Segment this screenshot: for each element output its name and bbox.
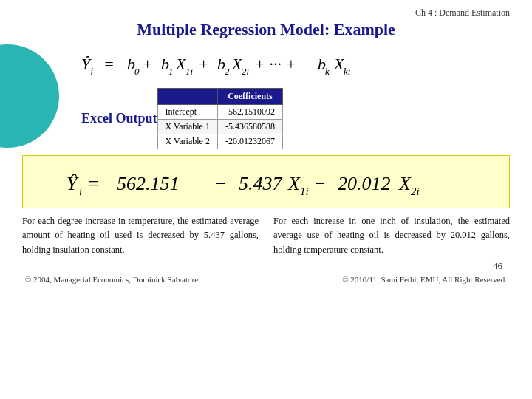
coefficients-table: Coefficients Intercept 562.1510092 X Var… (157, 88, 283, 149)
svg-text:20.012: 20.012 (338, 173, 391, 194)
explanations-section: For each degree increase in temperature,… (22, 214, 510, 257)
explanation-left: For each degree increase in temperature,… (22, 214, 259, 257)
svg-text:2i: 2i (411, 185, 420, 197)
footer-left: © 2004, Managerial Economics, Dominick S… (25, 275, 198, 284)
table-row: Intercept 562.1510092 (157, 105, 282, 120)
table-cell-value: 562.1510092 (217, 105, 282, 120)
svg-text:ki: ki (344, 66, 351, 77)
table-cell-value: -5.436580588 (217, 120, 282, 134)
svg-text:2: 2 (225, 66, 230, 77)
page-number: 46 (22, 260, 510, 272)
svg-text:5.437: 5.437 (239, 173, 283, 194)
formula-band: Ŷ i = 562.151 − 5.437 X 1i − 20.012 X (22, 155, 510, 208)
svg-text:−: − (313, 173, 327, 194)
footer-right: © 2010/11, Sami Fethi, EMU, All Right Re… (342, 275, 507, 284)
svg-text:Ŷ: Ŷ (66, 173, 79, 194)
excel-output-label: Excel Output (22, 111, 157, 126)
svg-text:Ŷi: Ŷi (81, 55, 93, 78)
svg-text:+ ··· +: + ··· + (254, 55, 296, 73)
svg-text:X: X (287, 173, 301, 194)
main-title: Multiple Regression Model: Example (22, 20, 510, 39)
table-col-header-empty (157, 89, 217, 105)
svg-text:1i: 1i (300, 185, 309, 197)
excel-section: Excel Output Coefficients Intercept 562.… (22, 88, 510, 149)
svg-text:X: X (398, 173, 412, 194)
svg-text:=: = (87, 173, 100, 194)
table-cell-label: X Variable 2 (157, 134, 217, 149)
top-formula: Ŷi = b 0 + b 1 X 1i + b 2 X (22, 44, 510, 82)
svg-text:562.151: 562.151 (117, 173, 180, 194)
table-cell-value: -20.01232067 (217, 134, 282, 149)
table-col-header-coefficients: Coefficients (217, 89, 282, 105)
slide-page: Ch 4 : Demand Estimation Multiple Regres… (0, 0, 532, 399)
svg-text:1: 1 (168, 66, 174, 77)
svg-text:+: + (198, 55, 209, 73)
chapter-label: Ch 4 : Demand Estimation (22, 7, 510, 18)
svg-text:=: = (103, 55, 115, 73)
svg-text:k: k (325, 66, 330, 77)
explanation-right: For each increase in one inch of insulat… (273, 214, 510, 257)
table-row: X Variable 2 -20.01232067 (157, 134, 282, 149)
table-cell-label: X Variable 1 (157, 120, 217, 134)
footer: © 2004, Managerial Economics, Dominick S… (22, 275, 510, 284)
svg-text:0: 0 (134, 66, 140, 77)
svg-text:+: + (142, 55, 153, 73)
svg-text:i: i (79, 185, 82, 197)
svg-text:1i: 1i (185, 66, 194, 77)
table-row: X Variable 1 -5.436580588 (157, 120, 282, 134)
svg-text:−: − (214, 173, 228, 194)
table-cell-label: Intercept (157, 105, 217, 120)
svg-text:2i: 2i (242, 66, 250, 77)
